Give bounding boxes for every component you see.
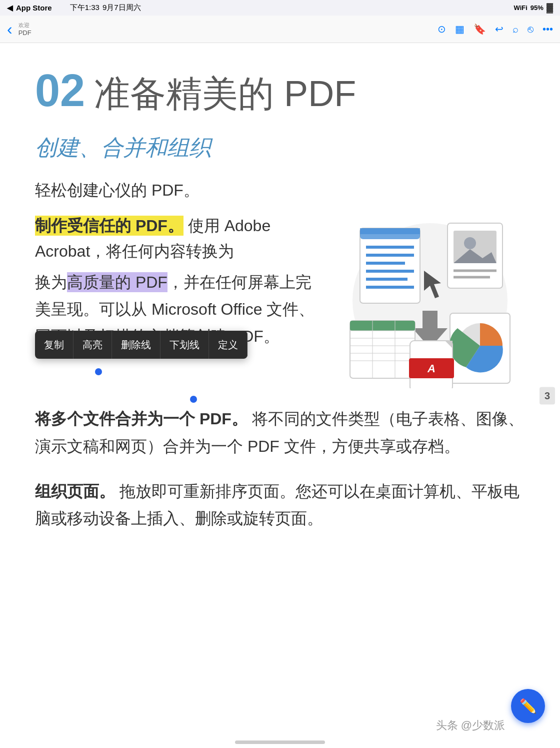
home-bar — [235, 740, 325, 744]
status-time: 下午1:33 — [70, 3, 100, 13]
app-store-label: App Store — [16, 4, 52, 12]
paragraph-3-bold: 组织页面。 — [35, 482, 115, 500]
page-number: 3 — [540, 387, 555, 404]
battery-icon: ▓ — [546, 3, 553, 13]
toolbar-title: 欢迎 PDF — [18, 22, 32, 37]
watermark: 头条 @少数派 — [436, 718, 505, 733]
back-button[interactable]: ‹ — [7, 20, 12, 39]
context-menu-copy[interactable]: 复制 — [35, 331, 74, 359]
body-text-left: 制作受信任的 PDF。 使用 Adobe Acrobat，将任何内容转换为 复制… — [35, 213, 320, 390]
wifi-icon: WiFi — [514, 4, 528, 12]
bookmark-icon[interactable]: 🔖 — [474, 23, 486, 35]
context-menu: 复制 高亮 删除线 下划线 定义 — [35, 331, 248, 359]
status-left: ◀ App Store 下午1:33 9月7日周六 — [7, 3, 141, 13]
section-title: 准备精美的 PDF — [94, 76, 356, 112]
breadcrumb-top: 欢迎 — [18, 22, 30, 29]
toolbar-left: ‹ 欢迎 PDF — [7, 20, 438, 39]
back-arrow-indicator: ◀ — [7, 4, 13, 13]
toolbar-right: ⊙ ▦ 🔖 ↩ ⌕ ⎋ ••• — [438, 23, 553, 35]
body-illustration: A — [335, 213, 525, 390]
breadcrumb-bottom: PDF — [18, 29, 32, 37]
battery-level: 95% — [530, 4, 544, 12]
camera-icon[interactable]: ⊙ — [438, 23, 446, 35]
svg-rect-1 — [360, 228, 420, 303]
content-area: 02 准备精美的 PDF 创建、合并和组织 轻松创建心仪的 PDF。 制作受信任… — [0, 43, 560, 748]
context-menu-underline[interactable]: 下划线 — [160, 331, 209, 359]
share-icon[interactable]: ⎋ — [528, 24, 534, 35]
more-icon[interactable]: ••• — [542, 24, 553, 35]
svg-rect-19 — [350, 321, 415, 331]
yellow-highlight: 制作受信任的 PDF。 — [35, 216, 184, 236]
search-icon[interactable]: ⌕ — [512, 24, 518, 35]
svg-point-13 — [464, 237, 476, 249]
selection-dot-2 — [190, 396, 197, 403]
paragraph-2: 将多个文件合并为一个 PDF。 将不同的文件类型（电子表格、图像、演示文稿和网页… — [35, 405, 525, 460]
context-menu-strikethrough[interactable]: 删除线 — [112, 331, 160, 359]
edit-fab[interactable]: ✏️ — [511, 689, 545, 723]
scan-icon[interactable]: ▦ — [455, 23, 464, 35]
pdf-illustration-svg: A — [335, 213, 525, 388]
svg-rect-3 — [360, 228, 420, 234]
paragraph-2-bold: 将多个文件合并为一个 PDF。 — [35, 410, 248, 428]
status-date: 9月7日周六 — [102, 3, 141, 13]
purple-highlight: 高质量的 PDF — [67, 272, 168, 292]
body-section: 制作受信任的 PDF。 使用 Adobe Acrobat，将任何内容转换为 复制… — [35, 213, 525, 390]
status-bar: ◀ App Store 下午1:33 9月7日周六 WiFi 95% ▓ — [0, 0, 560, 16]
context-menu-define[interactable]: 定义 — [209, 331, 248, 359]
toolbar: ‹ 欢迎 PDF ⊙ ▦ 🔖 ↩ ⌕ ⎋ ••• — [0, 16, 560, 43]
context-menu-highlight[interactable]: 高亮 — [74, 331, 112, 359]
undo-icon[interactable]: ↩ — [495, 23, 504, 35]
subtitle: 创建、合并和组织 — [35, 133, 525, 163]
highlighted-area: 制作受信任的 PDF。 使用 Adobe Acrobat，将任何内容转换为 复制… — [35, 213, 320, 264]
section-number: 02 — [35, 68, 85, 113]
intro-text: 轻松创建心仪的 PDF。 — [35, 178, 525, 203]
section-header: 02 准备精美的 PDF — [35, 68, 525, 113]
status-right: WiFi 95% ▓ — [514, 3, 553, 13]
svg-text:A: A — [427, 362, 436, 375]
edit-icon: ✏️ — [520, 698, 537, 714]
selection-dot-1 — [95, 368, 102, 375]
paragraph-3: 组织页面。 拖放即可重新排序页面。您还可以在桌面计算机、平板电脑或移动设备上插入… — [35, 478, 525, 532]
